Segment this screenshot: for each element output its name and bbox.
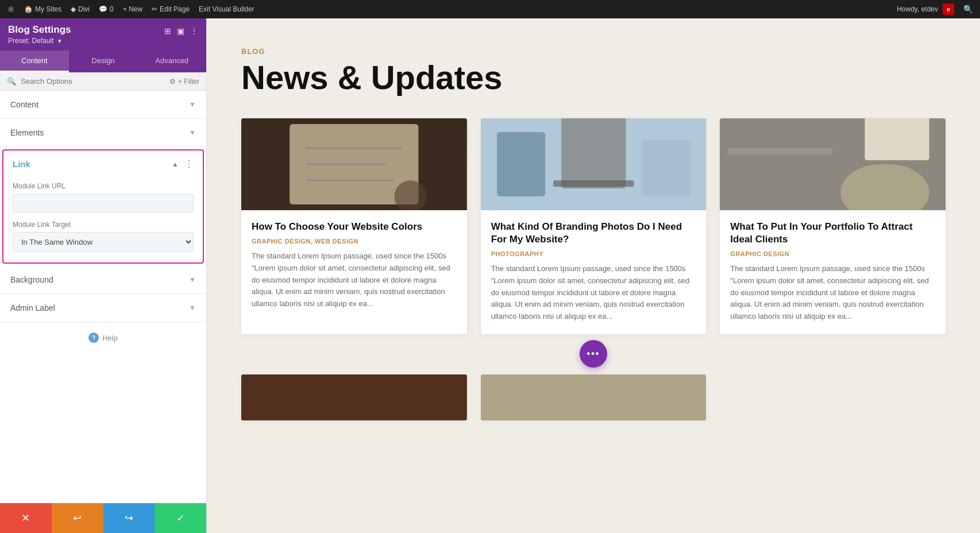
tablet-icon[interactable]: ⊞	[164, 26, 171, 36]
divi-icon: ◆	[71, 5, 76, 13]
help-section: ? Help	[0, 322, 206, 353]
close-button[interactable]: ✕	[0, 503, 52, 533]
svg-rect-9	[497, 132, 545, 196]
card-tags: GRAPHIC DESIGN	[730, 250, 935, 257]
chevron-up-icon[interactable]: ▲	[172, 160, 179, 168]
link-section-title: Link	[13, 159, 30, 169]
blog-label: BLOG	[241, 47, 946, 56]
layout-icon[interactable]: ▣	[177, 26, 184, 36]
filter-icon: ⚙	[169, 78, 176, 86]
card-title: What Kind Of Branding Photos Do I Need F…	[491, 221, 696, 246]
sidebar: Blog Settings Preset: Default ▼ ⊞ ▣ ⋮ Co…	[0, 18, 207, 533]
link-section-header: Link ▲ ⋮	[3, 150, 203, 177]
empty-card-slot	[720, 374, 946, 420]
filter-button[interactable]: ⚙ + Filter	[169, 78, 199, 86]
fab-button[interactable]: •••	[580, 340, 607, 368]
chevron-down-icon: ▼	[189, 276, 196, 284]
svg-rect-19	[481, 374, 707, 420]
blog-title: News & Updates	[241, 60, 946, 95]
card-body: What Kind Of Branding Photos Do I Need F…	[481, 210, 707, 334]
sidebar-title: Blog Settings	[8, 24, 71, 36]
module-link-target-select[interactable]: In The Same Window In The New Tab	[13, 232, 194, 252]
link-body: Module Link URL Module Link Target In Th…	[3, 177, 203, 262]
blog-card: How To Choose Your Website Colors GRAPHI…	[241, 118, 467, 334]
svg-rect-13	[865, 118, 929, 160]
blog-card: What Kind Of Branding Photos Do I Need F…	[481, 118, 707, 334]
save-button[interactable]: ✓	[155, 503, 206, 533]
sidebar-tabs: Content Design Advanced	[0, 51, 206, 72]
card-image-3	[720, 118, 946, 210]
main-layout: Blog Settings Preset: Default ▼ ⊞ ▣ ⋮ Co…	[0, 18, 980, 533]
wp-admin-bar: ⚛ 🏠 My Sites ◆ Divi 💬 0 + New ✏ Edit Pag…	[0, 0, 980, 18]
sidebar-footer: ✕ ↩ ↪ ✓	[0, 503, 206, 533]
content-section: Content ▼	[0, 91, 206, 119]
svg-rect-7	[561, 118, 626, 188]
avatar: e	[943, 3, 954, 15]
sites-icon: 🏠	[24, 5, 33, 13]
card-title: What To Put In Your Portfolio To Attract…	[730, 221, 935, 246]
comment-icon: 💬	[99, 5, 107, 13]
my-sites-item[interactable]: 🏠 My Sites	[24, 5, 61, 13]
undo-button[interactable]: ↩	[52, 503, 103, 533]
card-tags: GRAPHIC DESIGN, WEB DESIGN	[252, 238, 457, 245]
content-section-header[interactable]: Content ▼	[0, 91, 206, 118]
main-content: BLOG News & Updates Ho	[207, 18, 980, 533]
sidebar-preset: Preset: Default ▼	[8, 37, 71, 45]
sidebar-search-bar: 🔍 ⚙ + Filter	[0, 72, 206, 91]
svg-rect-10	[642, 140, 690, 196]
chevron-down-icon: ▼	[189, 304, 196, 312]
card-excerpt: The standard Lorem Ipsum passage, used s…	[252, 250, 457, 310]
svg-rect-8	[553, 180, 634, 187]
card-title: How To Choose Your Website Colors	[252, 221, 457, 233]
more-options-icon[interactable]: ⋮	[184, 159, 194, 169]
help-icon: ?	[88, 333, 99, 343]
card-image-4	[241, 374, 467, 420]
card-body: What To Put In Your Portfolio To Attract…	[720, 210, 946, 334]
admin-label-section: Admin Label ▼	[0, 294, 206, 322]
chevron-down-icon: ▼	[189, 101, 196, 109]
card-body: How To Choose Your Website Colors GRAPHI…	[241, 210, 467, 322]
sidebar-header: Blog Settings Preset: Default ▼ ⊞ ▣ ⋮	[0, 18, 206, 51]
new-label: + New	[123, 5, 142, 13]
edit-page-item[interactable]: ✏ Edit Page	[152, 5, 190, 13]
blog-cards-grid: How To Choose Your Website Colors GRAPHI…	[241, 118, 946, 334]
tab-content[interactable]: Content	[0, 51, 69, 72]
elements-section-header[interactable]: Elements ▼	[0, 119, 206, 146]
pencil-icon: ✏	[152, 5, 157, 13]
blog-cards-grid-row2	[241, 374, 946, 420]
elements-section: Elements ▼	[0, 119, 206, 147]
background-section: Background ▼	[0, 266, 206, 294]
search-options-input[interactable]	[21, 77, 165, 86]
admin-label-section-header[interactable]: Admin Label ▼	[0, 294, 206, 322]
sidebar-content: Content ▼ Elements ▼ Link ▲ ⋮	[0, 91, 206, 503]
tab-advanced[interactable]: Advanced	[137, 51, 206, 72]
exit-visual-builder-item[interactable]: Exit Visual Builder	[199, 5, 254, 13]
link-section-icons: ▲ ⋮	[172, 159, 194, 169]
blog-card	[241, 374, 467, 420]
howdy-section: Howdy, etdev e 🔍	[897, 3, 973, 15]
background-section-header[interactable]: Background ▼	[0, 266, 206, 293]
help-button[interactable]: ? Help	[88, 333, 118, 343]
card-excerpt: The standard Lorem Ipsum passage, used s…	[491, 263, 696, 323]
tab-design[interactable]: Design	[69, 51, 138, 72]
wp-logo-item[interactable]: ⚛	[7, 4, 15, 15]
search-icon[interactable]: 🔍	[963, 5, 973, 14]
card-image-2	[481, 118, 707, 210]
module-link-url-label: Module Link URL	[13, 182, 194, 190]
svg-rect-15	[728, 148, 832, 155]
dots-icon: •••	[587, 349, 600, 359]
blog-card	[481, 374, 707, 420]
chevron-down-icon: ▼	[189, 129, 196, 137]
new-item[interactable]: + New	[123, 5, 142, 13]
blog-card: What To Put In Your Portfolio To Attract…	[720, 118, 946, 334]
divi-item[interactable]: ◆ Divi	[71, 5, 90, 13]
search-icon: 🔍	[7, 77, 16, 86]
howdy-text: Howdy, etdev	[897, 5, 938, 13]
link-section: Link ▲ ⋮ Module Link URL Module Link Tar…	[2, 149, 204, 264]
card-image-5	[481, 374, 707, 420]
redo-button[interactable]: ↪	[103, 503, 155, 533]
comments-item[interactable]: 💬 0	[99, 5, 114, 13]
more-options-icon[interactable]: ⋮	[190, 26, 198, 36]
module-link-url-input[interactable]	[13, 194, 194, 213]
card-image-1	[241, 118, 467, 210]
